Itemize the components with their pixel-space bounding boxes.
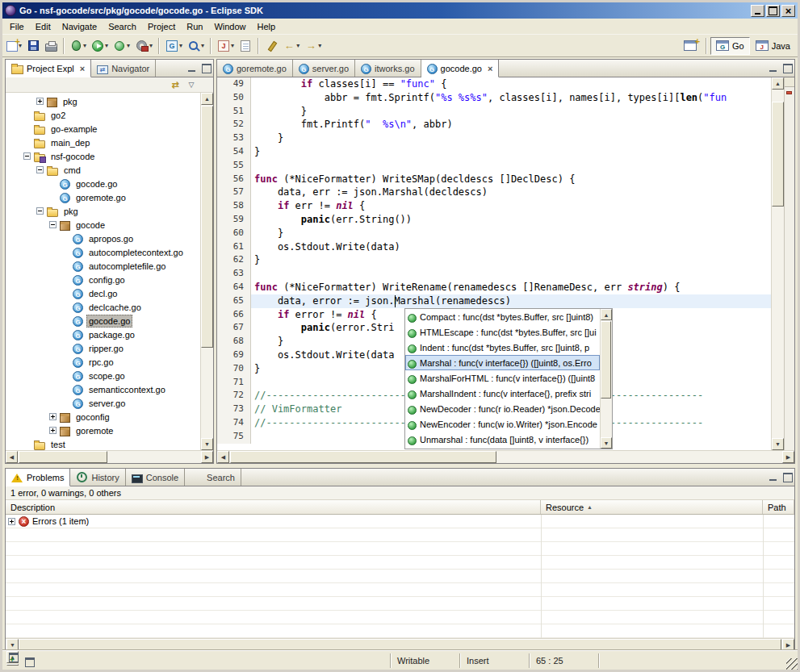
- tree-item-go2[interactable]: go2: [6, 108, 200, 122]
- minimize-view-button[interactable]: [186, 63, 199, 73]
- scroll-down-icon[interactable]: [201, 438, 213, 450]
- run-last-dropdown-icon[interactable]: ▾: [127, 42, 130, 49]
- popup-scrollbar[interactable]: [600, 309, 612, 449]
- collapse-icon[interactable]: [36, 166, 44, 173]
- tree-item-pkg[interactable]: pkg: [6, 204, 200, 218]
- editor-horizontal-scrollbar[interactable]: [217, 450, 794, 463]
- view-menu-button[interactable]: [184, 78, 199, 91]
- completion-item[interactable]: Marshal : func(v interface{}) ([]uint8, …: [405, 355, 600, 370]
- perspective-go[interactable]: Go: [710, 37, 750, 55]
- tree-item-gocode-go[interactable]: gocode.go: [6, 314, 200, 328]
- tree-item-goconfig[interactable]: goconfig: [6, 410, 200, 424]
- new-go-element-dropdown-icon[interactable]: ▾: [179, 42, 182, 49]
- completion-item[interactable]: Compact : func(dst *bytes.Buffer, src []…: [405, 309, 600, 324]
- scroll-right-icon[interactable]: [201, 451, 213, 463]
- tree-item-server-go[interactable]: server.go: [6, 396, 200, 410]
- explorer-vertical-scrollbar[interactable]: [200, 93, 213, 450]
- tree-item-test[interactable]: test: [6, 437, 200, 450]
- open-task-button[interactable]: [237, 36, 254, 56]
- maximize-view-button[interactable]: [200, 63, 212, 73]
- menu-window[interactable]: Window: [208, 19, 251, 34]
- perspective-java[interactable]: Java: [750, 37, 796, 55]
- collapse-icon[interactable]: [49, 221, 57, 228]
- tree-item-cmd[interactable]: cmd: [6, 163, 200, 177]
- menu-search[interactable]: Search: [103, 19, 142, 34]
- overview-ruler[interactable]: [784, 77, 794, 450]
- new-java-element-dropdown-icon[interactable]: ▾: [231, 42, 234, 49]
- problems-horizontal-scrollbar[interactable]: [6, 638, 794, 651]
- print-button[interactable]: [43, 36, 60, 56]
- tree-item-gocode[interactable]: gocode: [6, 218, 200, 232]
- scrollbar-thumb[interactable]: [772, 102, 784, 207]
- back-dropdown-icon[interactable]: ▾: [296, 42, 299, 49]
- scroll-left-icon[interactable]: [217, 451, 229, 463]
- expand-icon[interactable]: [8, 518, 15, 525]
- editor-vertical-scrollbar[interactable]: [771, 77, 784, 450]
- view-tab-project-expl[interactable]: Project Expl×: [6, 60, 91, 77]
- run-last-button[interactable]: ▾: [111, 36, 132, 56]
- tree-item-apropos-go[interactable]: apropos.go: [6, 232, 200, 245]
- last-edit-location-button[interactable]: [262, 36, 280, 56]
- forward-dropdown-icon[interactable]: ▾: [318, 42, 321, 49]
- search-button[interactable]: ▾: [185, 36, 207, 56]
- completion-item[interactable]: MarshalIndent : func(v interface{}, pref…: [405, 386, 600, 401]
- collapse-icon[interactable]: [36, 207, 44, 215]
- search-dropdown-icon[interactable]: ▾: [201, 42, 204, 49]
- fast-view-button[interactable]: [6, 653, 20, 668]
- close-tab-icon[interactable]: ×: [80, 64, 85, 73]
- link-with-editor-button[interactable]: [168, 78, 182, 91]
- new-go-element-button[interactable]: ▾: [163, 36, 185, 56]
- close-button[interactable]: [781, 5, 795, 17]
- tree-item-pkg[interactable]: pkg: [6, 94, 200, 108]
- maximize-panel-button[interactable]: [781, 472, 794, 482]
- tree-item-go-example[interactable]: go-example: [6, 122, 200, 136]
- show-view-button[interactable]: [22, 653, 36, 668]
- external-tools-button[interactable]: ▾: [132, 36, 155, 56]
- run-button[interactable]: ▾: [89, 36, 111, 56]
- maximize-editor-button[interactable]: [781, 63, 794, 73]
- tree-item-goremote-go[interactable]: goremote.go: [6, 190, 200, 204]
- completion-item[interactable]: NewEncoder : func(w io.Writer) *json.Enc…: [405, 416, 600, 432]
- explorer-horizontal-scrollbar[interactable]: [6, 450, 213, 463]
- completion-item[interactable]: Indent : func(dst *bytes.Buffer, src []u…: [405, 340, 600, 355]
- expand-icon[interactable]: [49, 427, 57, 434]
- new-java-element-button[interactable]: ▾: [215, 36, 237, 56]
- back-button[interactable]: ▾: [280, 36, 302, 56]
- panel-tab-problems[interactable]: Problems: [6, 469, 70, 486]
- scroll-right-icon[interactable]: [782, 451, 794, 463]
- scroll-right-icon[interactable]: [782, 639, 794, 651]
- tree-item-autocompletefile-go[interactable]: autocompletefile.go: [6, 259, 200, 273]
- minimize-panel-button[interactable]: [768, 472, 780, 482]
- tree-item-gocode-go[interactable]: gocode.go: [6, 177, 200, 190]
- tree-item-decl-go[interactable]: decl.go: [6, 286, 200, 300]
- tree-item-package-go[interactable]: package.go: [6, 328, 200, 341]
- overview-header-icon[interactable]: [785, 77, 794, 87]
- minimize-button[interactable]: [751, 5, 764, 17]
- completion-item[interactable]: MarshalForHTML : func(v interface{}) ([]…: [405, 370, 600, 386]
- scroll-down-icon[interactable]: [601, 437, 612, 449]
- tree-item-ripper-go[interactable]: ripper.go: [6, 341, 200, 355]
- titlebar[interactable]: Go - nsf-gocode/src/pkg/gocode/gocode.go…: [2, 2, 798, 19]
- menu-edit[interactable]: Edit: [30, 19, 57, 34]
- scrollbar-thumb[interactable]: [601, 321, 611, 399]
- maximize-button[interactable]: [766, 5, 780, 17]
- completion-item[interactable]: HTMLEscape : func(dst *bytes.Buffer, src…: [405, 324, 600, 340]
- error-marker-icon[interactable]: [786, 91, 792, 94]
- scrollbar-thumb[interactable]: [19, 451, 107, 463]
- panel-tab-history[interactable]: History: [70, 469, 125, 486]
- tree-item-declcache-go[interactable]: declcache.go: [6, 300, 200, 314]
- column-header-description[interactable]: Description: [6, 500, 541, 514]
- forward-button[interactable]: ▾: [302, 36, 324, 56]
- tree-item-config-go[interactable]: config.go: [6, 273, 200, 286]
- scrollbar-thumb[interactable]: [230, 451, 496, 463]
- scroll-left-icon[interactable]: [6, 451, 18, 463]
- editor-tab-server-go[interactable]: server.go: [293, 60, 355, 77]
- expand-icon[interactable]: [36, 98, 44, 105]
- menu-file[interactable]: File: [4, 19, 30, 34]
- resize-grip[interactable]: [786, 658, 798, 670]
- editor-tab-goremote-go[interactable]: goremote.go: [217, 60, 293, 77]
- panel-tab-console[interactable]: Console: [126, 469, 185, 486]
- external-tools-dropdown-icon[interactable]: ▾: [149, 42, 153, 49]
- menu-project[interactable]: Project: [142, 19, 181, 34]
- collapse-icon[interactable]: [23, 152, 31, 160]
